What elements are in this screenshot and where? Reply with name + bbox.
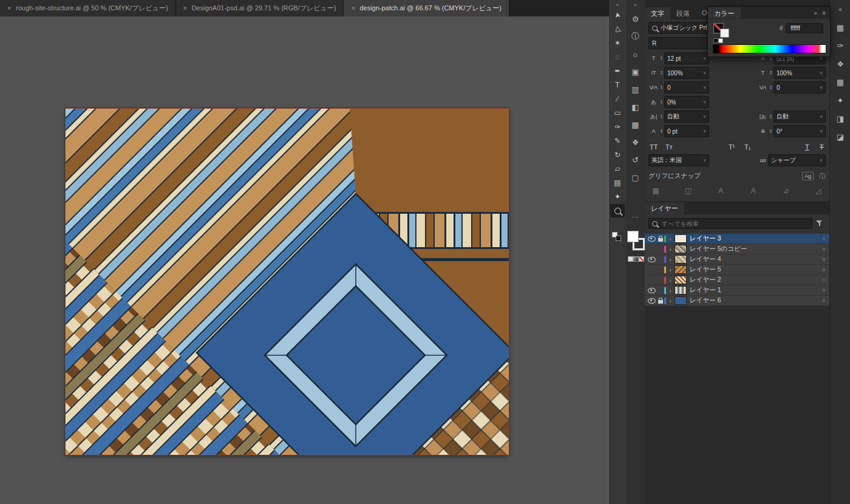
horizontal-scale-stepper[interactable]: ▲▼ [768, 70, 773, 76]
layers-search-field[interactable] [648, 218, 812, 229]
aki-right-stepper[interactable]: ▲▼ [768, 114, 773, 120]
free-transform-tool[interactable]: ▱ [610, 162, 625, 175]
fill-color-proxy[interactable] [627, 231, 639, 242]
tsume-field[interactable]: 0%∨ [664, 96, 709, 108]
tracking-field[interactable]: 0∨ [773, 81, 826, 94]
disclosure-icon[interactable]: › [667, 236, 673, 242]
layer-thumbnail[interactable] [675, 296, 687, 305]
hex-input[interactable] [789, 24, 820, 32]
type-tool[interactable]: T [610, 78, 625, 92]
doc-tab-1[interactable]: × rough-site-structure.ai @ 50 % (CMYK/プ… [0, 0, 176, 16]
layer-row-5[interactable]: › レイヤー 2 ○ [645, 275, 829, 285]
gradient-button[interactable] [633, 256, 639, 262]
close-tab-icon[interactable]: × [183, 5, 188, 12]
pen-tool[interactable]: ✒ [610, 64, 625, 78]
snap-option-4[interactable]: A [746, 185, 761, 196]
snap-option-2[interactable]: ◫ [681, 185, 696, 196]
navigator-icon[interactable]: ◪ [832, 129, 848, 144]
target-circle-icon[interactable]: ○ [818, 298, 829, 304]
collapse-dock-icon[interactable]: « [832, 2, 848, 16]
transparency-icon[interactable]: ◧ [628, 100, 643, 114]
symbols-icon[interactable]: ❖ [628, 135, 643, 149]
layer-row-6[interactable]: › レイヤー 1 ○ [645, 285, 829, 296]
snap-option-3[interactable]: A [713, 185, 728, 196]
stroke-swatch[interactable] [720, 29, 729, 38]
direct-selection-tool[interactable]: ▷ [610, 22, 625, 36]
artboards-icon[interactable]: ▢ [628, 171, 643, 184]
layer-row-1[interactable]: › レイヤー 3 ○ [645, 234, 829, 244]
font-size-stepper[interactable]: ▲▼ [659, 56, 664, 61]
target-circle-icon[interactable]: ○ [818, 256, 829, 262]
superscript-button[interactable]: T¹ [729, 140, 735, 151]
info-icon[interactable]: ⓘ [628, 30, 643, 43]
zoom-tool[interactable] [610, 204, 625, 217]
layer-thumbnail[interactable] [675, 265, 687, 274]
disclosure-icon[interactable]: › [667, 287, 673, 294]
visibility-toggle[interactable] [647, 298, 656, 304]
disclosure-icon[interactable]: › [667, 277, 673, 284]
target-circle-icon[interactable]: ○ [818, 267, 829, 273]
snap-option-5[interactable]: ⊿ [778, 185, 793, 196]
lock-toggle[interactable] [656, 236, 664, 242]
layer-row-4[interactable]: › レイヤー 5 ○ [645, 265, 829, 275]
layer-thumbnail[interactable] [675, 245, 687, 253]
horizontal-scale-field[interactable]: 100%∨ [773, 67, 826, 79]
subscript-button[interactable]: T₁ [744, 140, 750, 151]
artboard[interactable] [65, 108, 509, 455]
doc-tab-2[interactable]: × DesignA01-psd.ai @ 29.71 % (RGB/プレビュー) [176, 0, 344, 16]
color-guide-icon[interactable]: ◨ [832, 111, 848, 126]
lasso-tool[interactable]: ◌ [610, 50, 625, 64]
doc-tab-3-active[interactable]: × design-patch.ai @ 66.67 % (CMYK/プレビュー) [344, 0, 509, 16]
mini-stroke-proxy-icon[interactable] [616, 236, 621, 241]
baseline-shift-stepper[interactable]: ▲▼ [659, 129, 664, 134]
visibility-toggle[interactable] [647, 236, 656, 242]
disclosure-icon[interactable]: › [667, 256, 673, 263]
sparkle-icon[interactable]: ✦ [832, 93, 848, 107]
snap-option-1[interactable]: ▦ [648, 185, 663, 196]
graphic-styles-icon[interactable]: ▩ [628, 118, 643, 131]
appearance-icon[interactable]: ☼ [628, 47, 643, 61]
vertical-scale-field[interactable]: 100%∨ [664, 67, 709, 79]
snap-option-6[interactable]: ◿ [811, 185, 826, 196]
font-size-field[interactable]: 12 pt∨ [664, 52, 709, 64]
pattern-icon[interactable]: ▦ [832, 75, 848, 89]
layer-row-2[interactable]: › レイヤー 5のコピー ○ [645, 244, 829, 254]
libraries-icon[interactable]: ▣ [628, 65, 643, 78]
layer-thumbnail[interactable] [675, 286, 687, 295]
target-circle-icon[interactable]: ○ [818, 246, 829, 252]
info-icon[interactable]: ⓘ [819, 172, 826, 181]
color-button[interactable] [628, 256, 633, 262]
collapse-panel-icon[interactable]: » [814, 10, 818, 16]
layer-row-3[interactable]: › レイヤー 4 ○ [645, 254, 829, 265]
all-caps-button[interactable]: TT [650, 140, 658, 151]
target-circle-icon[interactable]: ○ [818, 287, 829, 293]
pencil-tool[interactable]: ✎ [610, 134, 625, 148]
char-rotation-stepper[interactable]: ▲▼ [768, 129, 773, 134]
disclosure-icon[interactable]: › [667, 298, 673, 304]
vertical-scale-stepper[interactable]: ▲▼ [659, 70, 664, 76]
lock-toggle[interactable] [656, 298, 664, 304]
collapse-dock-icon[interactable]: « [626, 0, 645, 8]
rectangle-tool[interactable]: ▭ [610, 106, 625, 120]
white-swatch[interactable] [718, 38, 723, 43]
aki-right-field[interactable]: 自動∨ [773, 111, 826, 123]
edit-toolbar-icon[interactable]: ⋯ [626, 213, 645, 221]
history-icon[interactable]: ↺ [628, 153, 643, 166]
language-field[interactable]: 英語：米国∨ [648, 154, 709, 166]
disclosure-icon[interactable]: › [667, 246, 673, 253]
aki-left-field[interactable]: 自動∨ [664, 111, 709, 123]
layer-thumbnail[interactable] [675, 276, 687, 284]
none-button[interactable] [639, 256, 644, 262]
tab-layers[interactable]: レイヤー [645, 202, 684, 214]
char-rotation-field[interactable]: 0°∨ [773, 125, 826, 137]
aki-left-stepper[interactable]: ▲▼ [659, 114, 664, 120]
tab-paragraph[interactable]: 段落 [670, 7, 696, 19]
glyph-badge[interactable]: Ag [802, 172, 814, 180]
panel-menu-icon[interactable]: ≡ [822, 10, 826, 16]
close-tab-icon[interactable]: × [351, 5, 355, 12]
symbols-panel-icon[interactable]: ❖ [832, 56, 848, 71]
line-segment-tool[interactable]: ∕ [610, 92, 625, 106]
settings-icon[interactable]: ⚙ [628, 12, 643, 26]
tab-character[interactable]: 文字 [645, 7, 670, 19]
magic-wand-tool[interactable]: ✶ [610, 36, 625, 50]
